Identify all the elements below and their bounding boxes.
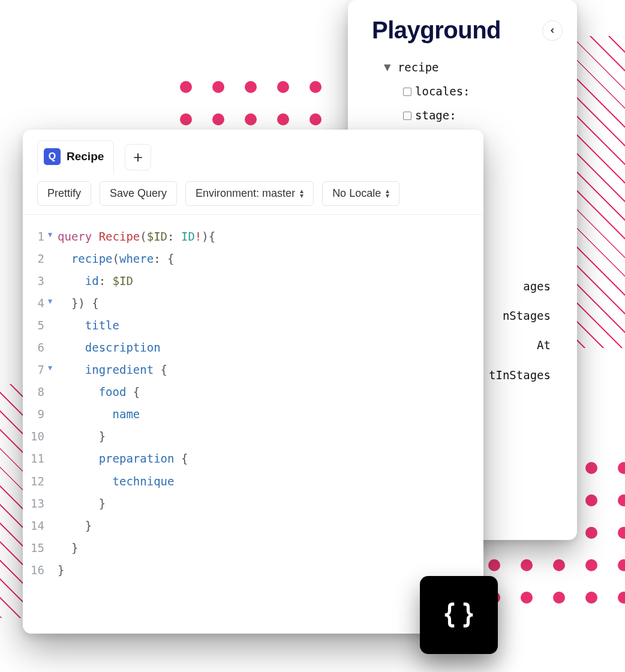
playground-title: Playground: [372, 17, 501, 44]
save-query-button[interactable]: Save Query: [100, 181, 177, 206]
code-content: preparation {: [58, 448, 188, 470]
code-editor[interactable]: 1▼query Recipe($ID: ID!){2 recipe(where:…: [23, 215, 483, 634]
chevron-left-icon: [548, 26, 557, 35]
line-number: 10: [23, 425, 48, 448]
plus-icon: ＋: [130, 146, 146, 167]
line-number: 6: [23, 337, 48, 359]
code-line[interactable]: 2 recipe(where: {: [23, 248, 483, 270]
code-line[interactable]: 8 food {: [23, 381, 483, 403]
code-line[interactable]: 10 }: [23, 425, 483, 448]
fold-icon: [48, 425, 58, 448]
tree-arg-stage[interactable]: stage:: [415, 109, 456, 122]
code-content: }) {: [58, 292, 99, 314]
line-number: 13: [23, 493, 48, 515]
code-content: }: [58, 425, 106, 448]
editor-toolbar: Prettify Save Query Environment: master …: [23, 173, 483, 215]
fold-icon: [48, 493, 58, 515]
fold-icon: [48, 448, 58, 470]
code-content: description: [58, 337, 161, 359]
checkbox-icon[interactable]: [403, 88, 411, 96]
code-content: food {: [58, 381, 140, 403]
code-content: }: [58, 537, 78, 559]
sort-icon: [300, 189, 304, 197]
code-content: name: [58, 403, 140, 425]
code-line[interactable]: 5 title: [23, 314, 483, 337]
fold-icon: [48, 270, 58, 292]
line-number: 5: [23, 314, 48, 337]
query-editor-panel: Q Recipe ＋ Prettify Save Query Environme…: [23, 130, 483, 634]
code-line[interactable]: 16}: [23, 559, 483, 581]
code-content: }: [58, 515, 92, 537]
code-line[interactable]: 3 id: $ID: [23, 270, 483, 292]
code-line[interactable]: 13 }: [23, 493, 483, 515]
fold-icon[interactable]: ▼: [48, 359, 58, 381]
fold-icon: [48, 515, 58, 537]
code-content: title: [58, 314, 119, 337]
prettify-button[interactable]: Prettify: [37, 181, 91, 206]
code-content: ingredient {: [58, 359, 167, 381]
environment-select[interactable]: Environment: master: [185, 181, 314, 206]
fold-icon[interactable]: ▼: [48, 292, 58, 314]
decorative-dots: [180, 81, 321, 125]
code-line[interactable]: 1▼query Recipe($ID: ID!){: [23, 226, 483, 248]
code-badge: [420, 576, 498, 654]
line-number: 2: [23, 248, 48, 270]
code-content: }: [58, 493, 106, 515]
fold-icon: [48, 381, 58, 403]
code-line[interactable]: 14 }: [23, 515, 483, 537]
fold-icon: [48, 337, 58, 359]
line-number: 15: [23, 537, 48, 559]
code-content: }: [58, 559, 64, 581]
fold-icon: [48, 537, 58, 559]
code-line[interactable]: 12 technique: [23, 470, 483, 493]
tab-bar: Q Recipe ＋: [23, 130, 483, 173]
fold-icon: [48, 559, 58, 581]
checkbox-icon[interactable]: [403, 112, 411, 120]
sort-icon: [386, 189, 389, 197]
tab-recipe[interactable]: Q Recipe: [37, 140, 114, 173]
line-number: 3: [23, 270, 48, 292]
code-content: recipe(where: {: [58, 248, 175, 270]
code-line[interactable]: 11 preparation {: [23, 448, 483, 470]
tree-node-recipe[interactable]: recipe: [398, 61, 439, 74]
line-number: 14: [23, 515, 48, 537]
code-line[interactable]: 15 }: [23, 537, 483, 559]
add-tab-button[interactable]: ＋: [125, 144, 151, 170]
fold-icon: [48, 248, 58, 270]
explorer-tree[interactable]: ▼ recipe locales: stage:: [372, 56, 563, 128]
collapse-button[interactable]: [542, 20, 563, 41]
fold-icon[interactable]: ▼: [48, 226, 58, 248]
code-content: query Recipe($ID: ID!){: [58, 226, 215, 248]
code-content: technique: [58, 470, 174, 493]
line-number: 9: [23, 403, 48, 425]
code-line[interactable]: 6 description: [23, 337, 483, 359]
line-number: 7: [23, 359, 48, 381]
line-number: 1: [23, 226, 48, 248]
code-line[interactable]: 4▼ }) {: [23, 292, 483, 314]
fold-icon: [48, 470, 58, 493]
fold-icon: [48, 314, 58, 337]
locale-select[interactable]: No Locale: [322, 181, 399, 206]
code-line[interactable]: 9 name: [23, 403, 483, 425]
line-number: 16: [23, 559, 48, 581]
curly-braces-icon: [440, 596, 477, 634]
line-number: 4: [23, 292, 48, 314]
fold-icon: [48, 403, 58, 425]
line-number: 11: [23, 448, 48, 470]
code-content: id: $ID: [58, 270, 133, 292]
line-number: 12: [23, 470, 48, 493]
line-number: 8: [23, 381, 48, 403]
code-line[interactable]: 7▼ ingredient {: [23, 359, 483, 381]
tree-arg-locales[interactable]: locales:: [415, 85, 470, 98]
query-badge-icon: Q: [44, 148, 61, 165]
tab-label: Recipe: [67, 150, 104, 163]
